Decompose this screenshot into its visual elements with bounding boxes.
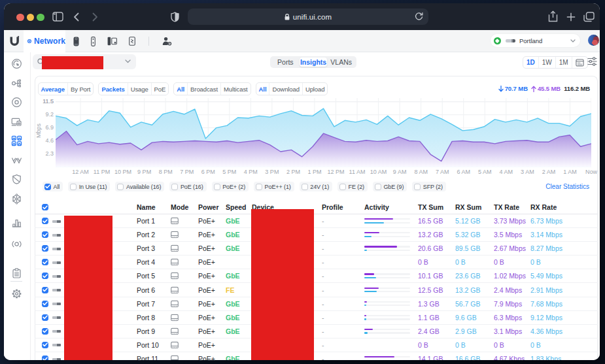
tab-insights[interactable]: Insights	[300, 58, 328, 67]
sidebar-item-networks[interactable]	[11, 193, 22, 205]
sidebar-item-topology[interactable]	[11, 78, 22, 89]
checkbox-unchecked[interactable]	[256, 184, 262, 190]
share-icon[interactable]	[548, 10, 558, 23]
traffic-chart[interactable]	[56, 98, 591, 167]
tab-overview-icon[interactable]	[583, 12, 595, 22]
tab-network[interactable]: Network	[24, 30, 65, 52]
row-checkbox[interactable]	[42, 314, 48, 321]
reload-icon[interactable]	[414, 12, 424, 23]
table-row-port-5[interactable]: Port 5 PoE+ GbE - 10.1 GB 23.6 GB 1.02 M…	[35, 269, 598, 283]
minimize-window-button[interactable]	[27, 14, 35, 22]
column-header-power[interactable]: Power	[198, 203, 219, 211]
nvr-device-icon[interactable]	[129, 37, 135, 46]
filter-fe-2[interactable]: FE (2)	[337, 182, 368, 191]
checkbox-unchecked[interactable]	[171, 184, 178, 190]
chart-filter-average[interactable]: Average	[39, 83, 68, 95]
time-range-1d[interactable]: 1D	[523, 57, 539, 68]
sidebar-item-insights[interactable]	[11, 218, 22, 229]
column-header-tx-rate[interactable]: TX Rate	[494, 203, 519, 211]
site-selector[interactable]: Portland	[491, 34, 580, 47]
table-row-port-4[interactable]: Port 4 PoE+ - 0 B 0 B 0 B 0 B	[35, 256, 598, 269]
filter-gbe-9[interactable]: GbE (9)	[373, 182, 407, 191]
row-checkbox[interactable]	[42, 356, 48, 360]
sidebar-item-system-log[interactable]	[11, 268, 22, 279]
chart-filter-all[interactable]: All	[174, 83, 188, 95]
checkbox-unchecked[interactable]	[214, 184, 220, 190]
row-checkbox[interactable]	[42, 301, 48, 307]
sidebar-item-settings[interactable]	[11, 288, 22, 299]
chart-filter-multicast[interactable]: Multicast	[221, 83, 251, 95]
ubiquiti-logo[interactable]	[9, 36, 20, 46]
column-header-mode[interactable]: Mode	[171, 203, 188, 211]
filter-poe-16[interactable]: PoE (16)	[169, 182, 206, 191]
zoom-window-button[interactable]	[37, 14, 44, 22]
filter-poe-2[interactable]: PoE+ (2)	[212, 182, 249, 191]
column-header-speed[interactable]: Speed	[226, 203, 247, 211]
filter-in-use-11[interactable]: In Use (11)	[68, 182, 110, 191]
console-device-icon[interactable]	[73, 37, 79, 46]
table-row-port-7[interactable]: Port 7 PoE+ GbE - 1.3 GB 56.7 GB 7.9 Mbp…	[35, 297, 598, 311]
checkbox-unchecked[interactable]	[117, 184, 124, 190]
column-header-tx-sum[interactable]: TX Sum	[418, 203, 443, 211]
filter-all[interactable]: All	[43, 182, 63, 191]
row-checkbox[interactable]	[42, 287, 48, 293]
chart-filter-broadcast[interactable]: Broadcast	[188, 83, 221, 95]
row-checkbox[interactable]	[42, 259, 48, 265]
filter-poe-1[interactable]: PoE++ (1)	[254, 182, 294, 191]
sidebar-item-clients[interactable]	[11, 116, 22, 127]
chart-filter-packets[interactable]: Packets	[99, 83, 128, 95]
select-all-checkbox[interactable]	[42, 204, 48, 210]
row-checkbox[interactable]	[42, 231, 48, 238]
chart-filter-poe[interactable]: PoE	[152, 83, 169, 95]
column-header-activity[interactable]: Activity	[364, 203, 389, 211]
checkbox-unchecked[interactable]	[375, 184, 381, 190]
row-checkbox[interactable]	[42, 342, 48, 348]
filter-sfp-2[interactable]: SFP (2)	[412, 182, 446, 191]
new-tab-icon[interactable]	[566, 12, 576, 22]
checkbox-unchecked[interactable]	[302, 184, 308, 190]
time-range-1w[interactable]: 1W	[539, 57, 556, 68]
sidebar-item-radios[interactable]	[11, 239, 22, 250]
switch-device-icon[interactable]	[107, 37, 117, 46]
time-range-1m[interactable]: 1M	[556, 57, 572, 68]
forward-icon[interactable]	[92, 12, 98, 22]
table-row-port-9[interactable]: Port 9 PoE+ GbE - 2.4 GB 2.9 GB 3.1 Mbps…	[35, 325, 598, 339]
column-header-profile[interactable]: Profile	[322, 203, 343, 211]
table-row-port-1[interactable]: Port 1 PoE+ GbE - 16.5 GB 5.12 GB 3.73 M…	[35, 214, 598, 228]
column-header-rx-rate[interactable]: RX Rate	[530, 203, 557, 211]
table-row-port-6[interactable]: Port 6 PoE+ FE - 12.5 GB 13.2 GB 2.4 Mbp…	[35, 284, 598, 297]
privacy-shield-icon[interactable]	[171, 12, 179, 22]
clear-statistics-link[interactable]: Clear Statistics	[545, 183, 589, 190]
checkbox-unchecked[interactable]	[414, 184, 421, 190]
chart-filter-upload[interactable]: Upload	[303, 83, 328, 95]
chart-filter-usage[interactable]: Usage	[128, 83, 152, 95]
close-window-button[interactable]	[16, 14, 24, 22]
filter-settings-icon[interactable]	[587, 57, 597, 66]
checkbox-checked[interactable]	[44, 184, 51, 190]
chart-filter-all[interactable]: All	[256, 83, 270, 95]
table-row-port-11[interactable]: Port 11 PoE+ GbE - 14.1 GB 16.6 GB 4.67 …	[35, 352, 598, 360]
back-icon[interactable]	[73, 12, 79, 22]
column-header-name[interactable]: Name	[137, 203, 156, 211]
table-row-port-2[interactable]: Port 2 PoE+ GbE - 13.2 GB 5.32 GB 3.5 Mb…	[35, 228, 598, 242]
table-row-port-3[interactable]: Port 3 PoE+ GbE - 20.6 GB 89.5 GB 2.67 M…	[35, 242, 598, 256]
chart-filter-download[interactable]: Download	[269, 83, 302, 95]
sidebar-item-security[interactable]	[11, 174, 22, 185]
pdu-device-icon[interactable]	[91, 37, 95, 46]
custom-range-calendar-icon[interactable]	[572, 57, 587, 68]
row-checkbox[interactable]	[42, 273, 48, 279]
admins-icon[interactable]	[162, 37, 172, 46]
table-row-port-8[interactable]: Port 8 PoE+ GbE - 1.1 GB 9.6 GB 6.3 Mbps…	[35, 311, 598, 325]
sidebar-item-wifi[interactable]	[11, 155, 22, 166]
filter-available-16[interactable]: Available (16)	[115, 182, 164, 191]
filter-24v-1[interactable]: 24V (1)	[300, 182, 332, 191]
column-header-rx-sum[interactable]: RX Sum	[455, 203, 481, 211]
row-checkbox[interactable]	[42, 328, 48, 335]
row-checkbox[interactable]	[42, 218, 48, 224]
table-row-port-10[interactable]: Port 10 PoE+ - 0 B 0 B 0 B 0 B	[35, 339, 598, 352]
chart-filter-by-port[interactable]: By Port	[68, 83, 93, 95]
row-checkbox[interactable]	[42, 245, 48, 252]
user-avatar[interactable]	[588, 35, 599, 46]
address-bar[interactable]: unifi.ui.com	[188, 8, 428, 25]
sidebar-item-unifi-devices[interactable]	[11, 97, 22, 108]
